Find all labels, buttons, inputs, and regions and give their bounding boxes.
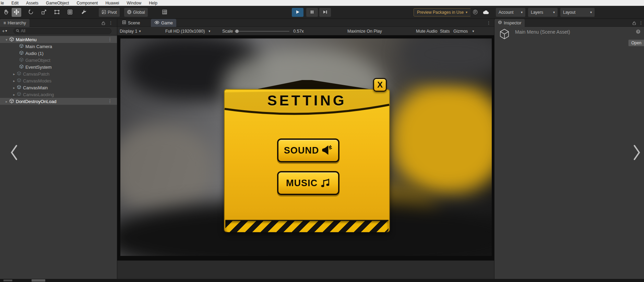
help-icon[interactable]: ? (636, 29, 641, 35)
scale-slider-thumb[interactable] (235, 30, 239, 33)
tab-scene[interactable]: Scene (119, 19, 143, 27)
scale-slider[interactable] (235, 31, 289, 32)
menu-component[interactable]: Component (76, 1, 98, 5)
menu-bar: le Edit Assets GameObject Component Huaw… (0, 0, 644, 6)
carousel-left-arrow[interactable] (9, 144, 19, 161)
move-tool-button[interactable] (12, 8, 21, 17)
foldout-closed-icon[interactable]: ▸ (12, 93, 16, 97)
cloud-button[interactable] (480, 8, 491, 17)
carousel-right-arrow[interactable] (632, 144, 642, 161)
music-button-label: MUSIC (286, 178, 318, 189)
stats-toggle[interactable]: Stats (440, 27, 450, 35)
tab-game[interactable]: Game (151, 19, 176, 27)
hierarchy-item-canvasmodes[interactable]: ▸ CanvasModes (0, 77, 117, 84)
hierarchy-item-eventsystem[interactable]: EventSystem (0, 64, 117, 70)
lock-icon[interactable] (632, 20, 636, 25)
menu-huawei[interactable]: Huawei (105, 1, 119, 5)
add-object-button[interactable]: + ▾ (0, 29, 9, 34)
hamburger-icon: ≡ (3, 21, 6, 25)
menu-assets[interactable]: Assets (26, 1, 38, 5)
game-tab-label: Game (161, 21, 173, 25)
foldout-closed-icon[interactable]: ▸ (12, 79, 16, 83)
open-button[interactable]: Open (628, 40, 644, 46)
hand-tool-button[interactable] (1, 8, 11, 17)
dialog-body: SETTING SOUND (224, 89, 390, 232)
play-button[interactable] (292, 8, 303, 17)
preview-packages-label: Preview Packages in Use (417, 10, 464, 15)
preview-packages-dropdown[interactable]: Preview Packages in Use ▾ (414, 8, 471, 16)
foldout-closed-icon[interactable]: ▸ (12, 72, 16, 76)
music-button[interactable]: MUSIC (277, 171, 339, 195)
item-label: EventSystem (25, 65, 52, 70)
mute-audio-toggle[interactable]: Mute Audio (416, 27, 438, 35)
step-button[interactable] (319, 8, 331, 17)
hazard-stripe-band (225, 220, 389, 232)
rect-tool-icon (54, 9, 60, 16)
kebab-icon[interactable]: ⋮ (108, 37, 112, 42)
menu-edit[interactable]: Edit (11, 1, 19, 5)
game-view-toolbar: Display 1 ▾ Full HD (1920x1080) ▾ Scale … (117, 27, 494, 35)
tab-hierarchy[interactable]: ≡ Hierarchy (0, 19, 29, 27)
chevron-down-icon: ▾ (521, 11, 523, 14)
hierarchy-item-canvaspatch[interactable]: ▸ CanvasPatch (0, 70, 117, 77)
foldout-closed-icon[interactable]: ▸ (12, 86, 16, 90)
pause-button[interactable] (306, 8, 318, 17)
hierarchy-item-main-camera[interactable]: Main Camera (0, 43, 117, 50)
tab-inspector[interactable]: Inspector (494, 19, 525, 27)
kebab-icon: ⋮ (487, 21, 491, 25)
layout-dropdown[interactable]: Layout ▾ (560, 8, 595, 17)
foldout-open-icon[interactable]: ▾ (5, 38, 8, 42)
hierarchy-item-canvaslaoding[interactable]: ▸ CanvasLaoding (0, 91, 117, 98)
sound-button[interactable]: SOUND (277, 138, 339, 162)
inspector-menu-button[interactable]: ⋮ (639, 20, 643, 25)
menu-window[interactable]: Window (127, 1, 141, 5)
close-button[interactable]: X (373, 78, 387, 92)
account-dropdown[interactable]: Account ▾ (496, 8, 525, 17)
pause-icon (310, 10, 314, 15)
display-dropdown[interactable]: Display 1 ▾ (120, 27, 141, 35)
grid-snap-button[interactable] (160, 8, 169, 17)
plus-icon: + (2, 29, 5, 34)
chevron-down-icon: ▾ (5, 29, 7, 33)
item-label: Audio (1) (25, 51, 44, 56)
hierarchy-item-dontdestroyonload[interactable]: ▸ DontDestroyOnLoad ⋮ (0, 98, 117, 105)
pivot-label: Pivot (108, 10, 117, 15)
transform-tool-button[interactable] (65, 8, 75, 17)
chevron-down-icon: ▾ (553, 11, 555, 14)
hierarchy-menu-button[interactable]: ⋮ (108, 20, 113, 25)
global-toggle[interactable]: Global (124, 8, 148, 17)
transform-icon (67, 9, 73, 16)
foldout-closed-icon[interactable]: ▸ (5, 100, 8, 103)
gizmos-label: Gizmos (453, 29, 468, 34)
lock-icon[interactable] (101, 20, 106, 25)
hierarchy-item-audio[interactable]: Audio (1) (0, 50, 117, 57)
hierarchy-item-gameobject[interactable]: GameObject (0, 57, 117, 64)
rect-tool-button[interactable] (52, 8, 62, 17)
rotate-tool-button[interactable] (26, 8, 36, 17)
stats-label: Stats (440, 29, 450, 34)
layout-label: Layout (563, 10, 575, 15)
rotate-icon (28, 9, 34, 16)
gameobject-cube-icon (17, 85, 21, 90)
maximize-label: Maximize On Play (347, 29, 382, 34)
open-button-label: Open (631, 41, 641, 45)
scale-tool-button[interactable] (39, 8, 49, 17)
menu-gameobject[interactable]: GameObject (46, 1, 69, 5)
resolution-dropdown[interactable]: Full HD (1920x1080) ▾ (165, 27, 210, 35)
pivot-toggle[interactable]: Pivot (99, 8, 120, 17)
menu-help[interactable]: Help (149, 1, 157, 5)
game-panel-menu-button[interactable]: ⋮ (486, 20, 491, 25)
search-input[interactable] (21, 29, 100, 33)
kebab-icon[interactable]: ⋮ (108, 99, 112, 103)
hierarchy-search-box[interactable] (13, 28, 111, 34)
maximize-on-play-toggle[interactable]: Maximize On Play (347, 27, 382, 35)
custom-tools-button[interactable] (79, 8, 88, 17)
hierarchy-item-canvasmain[interactable]: ▸ CanvasMain (0, 84, 117, 91)
version-control-button[interactable] (470, 8, 480, 17)
gizmos-dropdown[interactable]: Gizmos ▾ (453, 27, 474, 35)
unity-scene-icon (9, 37, 14, 43)
hierarchy-item-mainmenu[interactable]: ▾ MainMenu ⋮ (0, 36, 117, 43)
menu-file[interactable]: le (1, 1, 4, 5)
account-label: Account (499, 10, 513, 15)
layers-dropdown[interactable]: Layers ▾ (528, 8, 558, 17)
